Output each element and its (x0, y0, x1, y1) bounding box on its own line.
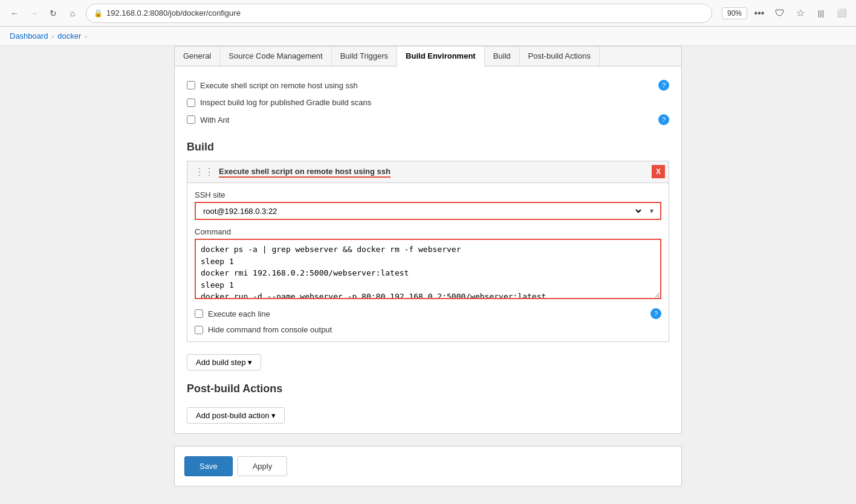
ssh-dropdown-arrow[interactable]: ▾ (643, 202, 661, 220)
config-panel: General Source Code Management Build Tri… (174, 46, 682, 434)
execute-each-label: Execute each line (208, 309, 270, 318)
sidebar-button[interactable]: ||| (812, 5, 829, 22)
tab-build[interactable]: Build (485, 47, 520, 66)
post-build-heading: Post-build Actions (187, 383, 669, 395)
star-button[interactable]: ☆ (792, 5, 809, 22)
save-area-inner: Save Apply (184, 456, 672, 476)
back-icon: ← (10, 8, 19, 18)
breadcrumb-sep-2: › (85, 33, 87, 40)
star-icon: ☆ (796, 7, 805, 19)
url-text: 192.168.0.2:8080/job/docker/configure (106, 8, 241, 18)
more-icon: ••• (754, 8, 765, 19)
help-execute-each-button[interactable]: ? (650, 308, 661, 319)
shield-button[interactable]: 🛡 (771, 5, 788, 22)
add-step-label: Add build step (196, 358, 245, 367)
help-ssh-button[interactable]: ? (658, 80, 669, 91)
tabs: General Source Code Management Build Tri… (175, 47, 681, 66)
post-build-section: Post-build Actions Add post-build action… (187, 383, 669, 424)
back-button[interactable]: ← (6, 5, 23, 22)
sidebar-icon: ||| (818, 8, 824, 18)
command-textarea[interactable]: docker ps -a | grep webserver && docker … (195, 239, 661, 299)
build-step-body: SSH site root@192.168.0.3:22 ▾ Comma (187, 183, 669, 341)
dropdown-icon: ▾ (650, 207, 653, 215)
nav-buttons: ← → ↻ ⌂ (6, 5, 81, 22)
forward-button[interactable]: → (25, 5, 42, 22)
tab-build-environment[interactable]: Build Environment (397, 47, 485, 66)
add-action-label: Add post-build action (196, 411, 269, 420)
tab-source-code[interactable]: Source Code Management (220, 47, 331, 66)
ssh-site-select[interactable]: root@192.168.0.3:22 (195, 202, 643, 220)
add-step-icon: ▾ (248, 358, 252, 367)
add-post-build-button[interactable]: Add post-build action ▾ (187, 407, 285, 424)
add-build-step-button[interactable]: Add build step ▾ (187, 354, 261, 370)
step-close-button[interactable]: X (652, 165, 665, 178)
main-content: General Source Code Management Build Tri… (0, 46, 856, 502)
save-area: Save Apply (174, 446, 682, 486)
zoom-badge: 90% (722, 7, 747, 19)
browser-chrome: ← → ↻ ⌂ 🔒 192.168.0.2:8080/job/docker/co… (0, 0, 856, 27)
home-button[interactable]: ⌂ (64, 5, 81, 22)
content-area: Execute shell script on remote host usin… (175, 66, 681, 433)
panel-button[interactable]: ⬜ (833, 5, 850, 22)
ssh-site-field: SSH site root@192.168.0.3:22 ▾ (195, 190, 661, 220)
breadcrumb-sep-1: › (52, 33, 54, 40)
checkbox-execute-each[interactable] (195, 309, 203, 318)
breadcrumb: Dashboard › docker › (0, 27, 856, 46)
tab-build-triggers[interactable]: Build Triggers (332, 47, 397, 66)
help-ant-button[interactable]: ? (658, 114, 669, 125)
checkbox-ant-label: With Ant (200, 115, 229, 124)
checkbox-row-ant: With Ant ? (187, 111, 669, 129)
build-step-card: X ⋮⋮ Execute shell script on remote host… (187, 161, 669, 342)
reload-icon: ↻ (50, 8, 57, 18)
save-button[interactable]: Save (184, 456, 233, 476)
breadcrumb-docker[interactable]: docker (57, 31, 81, 40)
checkbox-gradle-label: Inspect build log for published Gradle b… (200, 98, 371, 107)
checkbox-hide-command[interactable] (195, 326, 203, 334)
browser-right: 90% ••• 🛡 ☆ ||| ⬜ (722, 5, 850, 22)
checkbox-gradle[interactable] (187, 99, 195, 107)
execute-each-row: Execute each line ? (195, 308, 661, 319)
lock-icon: 🔒 (94, 9, 103, 18)
checkbox-ant[interactable] (187, 115, 195, 124)
reload-button[interactable]: ↻ (45, 5, 62, 22)
forward-icon: → (30, 8, 38, 18)
checkbox-row-ssh: Execute shell script on remote host usin… (187, 76, 669, 94)
add-action-icon: ▾ (271, 411, 276, 420)
hide-command-label: Hide command from console output (208, 325, 332, 334)
command-label: Command (195, 227, 661, 236)
step-title: Execute shell script on remote host usin… (219, 167, 391, 178)
breadcrumb-dashboard[interactable]: Dashboard (10, 31, 48, 40)
hide-command-row: Hide command from console output (195, 325, 661, 334)
ssh-site-label: SSH site (195, 190, 661, 199)
checkbox-ssh[interactable] (187, 81, 195, 89)
home-icon: ⌂ (70, 8, 75, 18)
ssh-select-wrapper: root@192.168.0.3:22 ▾ (195, 202, 661, 220)
checkbox-ssh-label: Execute shell script on remote host usin… (200, 81, 358, 90)
address-bar: 🔒 192.168.0.2:8080/job/docker/configure (86, 4, 712, 23)
build-step-header: ⋮⋮ Execute shell script on remote host u… (187, 161, 669, 183)
build-heading: Build (187, 141, 669, 153)
more-button[interactable]: ••• (751, 5, 768, 22)
tab-general[interactable]: General (175, 47, 220, 66)
tab-post-build[interactable]: Post-build Actions (520, 47, 600, 66)
checkbox-row-gradle: Inspect build log for published Gradle b… (187, 94, 669, 111)
apply-button[interactable]: Apply (238, 456, 288, 476)
panel-icon: ⬜ (837, 8, 847, 18)
textarea-wrapper: docker ps -a | grep webserver && docker … (195, 239, 661, 301)
drag-handle-icon: ⋮⋮ (195, 166, 214, 178)
command-field: Command docker ps -a | grep webserver &&… (195, 227, 661, 301)
